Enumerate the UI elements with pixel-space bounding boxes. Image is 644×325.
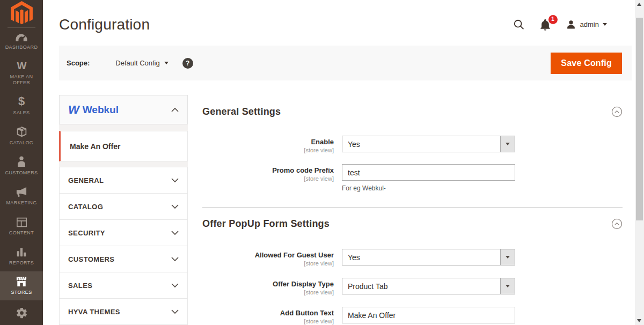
- sidebar-item-label: MAKE AN OFFER: [4, 74, 39, 86]
- make-an-offer-w-icon: W: [17, 61, 26, 71]
- vertical-scrollbar[interactable]: [635, 0, 644, 325]
- config-nav-vendor-webkul[interactable]: W Webkul: [59, 95, 188, 124]
- scope-bar: Scope: Default Config ? Save Config: [59, 46, 632, 80]
- config-nav-section-hyva-themes[interactable]: HYVA THEMES: [59, 298, 188, 325]
- field-label: Enable [store view]: [202, 136, 334, 153]
- customers-person-icon: [16, 156, 27, 167]
- notifications-bell-icon[interactable]: 1: [540, 19, 551, 31]
- select-value: Yes: [342, 140, 360, 149]
- section-general-settings: General Settings: [202, 106, 623, 117]
- field-label-text: Allowed For Guest User: [202, 251, 334, 259]
- magento-logo-icon: [11, 1, 33, 26]
- collapse-section-icon[interactable]: [611, 218, 623, 230]
- field-label: Promo code Prefix [store view]: [202, 164, 334, 192]
- admin-sidebar: DASHBOARD W MAKE AN OFFER $ SALES CATALO…: [0, 0, 43, 325]
- save-config-button[interactable]: Save Config: [551, 53, 622, 74]
- magento-logo[interactable]: [0, 0, 43, 28]
- field-row-promo-code-prefix: Promo code Prefix [store view] For eg We…: [202, 164, 623, 192]
- field-label-text: Promo code Prefix: [202, 166, 334, 174]
- chevron-up-icon: [171, 108, 179, 112]
- sidebar-item-label: CONTENT: [4, 230, 39, 236]
- chevron-down-icon: [171, 231, 179, 235]
- sidebar-item-label: CUSTOMERS: [4, 170, 39, 176]
- field-row-enable: Enable [store view] Yes: [202, 136, 623, 153]
- section-label: SECURITY: [68, 229, 105, 237]
- sidebar-item-label: CATALOG: [4, 140, 39, 146]
- field-scope-text: [store view]: [202, 147, 334, 153]
- field-scope-text: [store view]: [202, 260, 334, 267]
- notification-badge: 1: [548, 15, 558, 24]
- sidebar-item-reports[interactable]: REPORTS: [0, 242, 43, 272]
- admin-menu[interactable]: admin: [566, 19, 607, 30]
- config-nav-section-catalog[interactable]: CATALOG: [59, 193, 188, 220]
- allowed-for-guest-user-select[interactable]: Yes: [342, 249, 515, 265]
- field-row-offer-display-type: Offer Display Type [store view] Product …: [202, 278, 623, 296]
- sidebar-item-label: DASHBOARD: [4, 45, 39, 50]
- stores-storefront-icon: [16, 276, 27, 287]
- config-nav-section-general[interactable]: GENERAL: [59, 167, 188, 194]
- sidebar-item-dashboard[interactable]: DASHBOARD: [0, 28, 43, 56]
- help-icon[interactable]: ?: [182, 58, 193, 69]
- chevron-down-icon: [506, 143, 510, 145]
- field-scope-text: [store view]: [202, 289, 334, 296]
- page-title: Configuration: [59, 16, 150, 33]
- scope-label: Scope:: [67, 59, 90, 67]
- chevron-down-icon: [171, 283, 179, 287]
- chevron-down-icon: [603, 23, 607, 26]
- section-label: GENERAL: [68, 176, 104, 184]
- field-note: For eg Webkul-: [342, 184, 515, 192]
- sidebar-item-marketing[interactable]: MARKETING: [0, 181, 43, 212]
- app-root: DASHBOARD W MAKE AN OFFER $ SALES CATALO…: [0, 0, 644, 325]
- sidebar-item-catalog[interactable]: CATALOG: [0, 121, 43, 151]
- collapse-section-icon[interactable]: [611, 106, 623, 117]
- sidebar-item-stores[interactable]: STORES: [0, 271, 43, 300]
- section-label: CATALOG: [68, 203, 103, 211]
- scrollbar-thumb[interactable]: [636, 18, 643, 220]
- field-label-text: Offer Display Type: [202, 280, 334, 288]
- field-label: Allowed For Guest User [store view]: [202, 249, 334, 267]
- page-header: Configuration 1 admin: [43, 0, 635, 46]
- scope-switcher[interactable]: Default Config: [115, 59, 168, 67]
- enable-select[interactable]: Yes: [342, 136, 515, 152]
- nav-gap: [59, 124, 188, 131]
- section-divider: [202, 207, 623, 208]
- vendor-label: Webkul: [83, 104, 119, 116]
- search-icon[interactable]: [513, 19, 525, 31]
- catalog-box-icon: [16, 126, 27, 137]
- offer-display-type-select[interactable]: Product Tab: [342, 278, 515, 294]
- config-nav: W Webkul Make An Offer GENERAL CATALOG: [59, 95, 188, 325]
- chevron-down-icon: [506, 285, 510, 287]
- field-row-allowed-for-guest-user: Allowed For Guest User [store view] Yes: [202, 249, 623, 267]
- config-nav-item-make-an-offer[interactable]: Make An Offer: [59, 131, 188, 161]
- sidebar-item-content[interactable]: CONTENT: [0, 212, 43, 242]
- sidebar-item-system[interactable]: [0, 300, 43, 325]
- sidebar-item-sales[interactable]: $ SALES: [0, 91, 43, 121]
- chevron-down-icon: [171, 309, 179, 314]
- config-content: W Webkul Make An Offer GENERAL CATALOG: [59, 95, 623, 325]
- field-scope-text: [store view]: [202, 175, 334, 182]
- chevron-down-icon: [164, 62, 169, 64]
- config-nav-section-customers[interactable]: CUSTOMERS: [59, 246, 188, 272]
- field-label-text: Enable: [202, 138, 334, 146]
- sidebar-item-label: MARKETING: [4, 200, 39, 206]
- field-label-text: Add Button Text: [202, 309, 334, 317]
- sidebar-item-label: STORES: [4, 290, 39, 296]
- scope-current-value: Default Config: [115, 59, 159, 67]
- marketing-megaphone-icon: [16, 187, 27, 197]
- section-label: SALES: [68, 282, 92, 290]
- section-label: HYVA THEMES: [68, 308, 120, 316]
- scrollbar-down-arrow-icon[interactable]: [637, 319, 641, 322]
- config-nav-section-security[interactable]: SECURITY: [59, 219, 188, 246]
- field-scope-text: [store view]: [202, 318, 334, 324]
- add-button-text-input[interactable]: [342, 307, 515, 323]
- select-dropdown-button[interactable]: [500, 136, 515, 152]
- select-dropdown-button[interactable]: [500, 249, 515, 265]
- promo-code-prefix-input[interactable]: [342, 164, 515, 181]
- select-dropdown-button[interactable]: [500, 278, 515, 294]
- config-nav-section-sales[interactable]: SALES: [59, 272, 188, 299]
- scrollbar-up-arrow-icon[interactable]: [637, 3, 641, 6]
- sidebar-item-customers[interactable]: CUSTOMERS: [0, 151, 43, 181]
- sidebar-item-make-an-offer[interactable]: W MAKE AN OFFER: [0, 56, 43, 91]
- content-layout-icon: [16, 217, 27, 227]
- reports-barchart-icon: [16, 247, 27, 257]
